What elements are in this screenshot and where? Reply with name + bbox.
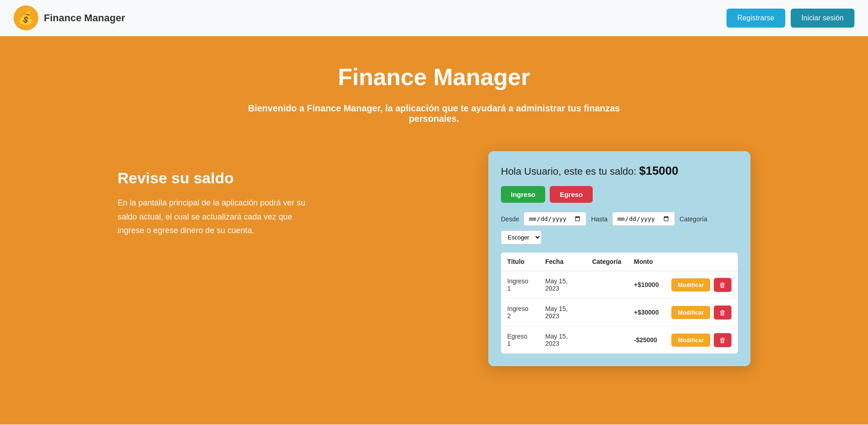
modify-button[interactable]: Modificar	[671, 334, 710, 347]
trash-icon: 🗑	[719, 309, 726, 316]
table-row: Ingreso 1 May 15, 2023 +$10000 Modificar…	[501, 271, 738, 299]
row-actions: Modificar 🗑	[671, 306, 731, 320]
brand: 💰 Finance Manager	[14, 5, 125, 30]
navbar-buttons: Registrarse Iniciar sesión	[726, 9, 854, 28]
categoria-select[interactable]: Escoger	[501, 230, 542, 244]
table-row: Ingreso 2 May 15, 2023 +$30000 Modificar…	[501, 299, 738, 326]
cell-categoria	[586, 299, 628, 326]
app-preview-card: Hola Usuario, este es tu saldo: $15000 I…	[488, 151, 750, 366]
ingreso-button[interactable]: Ingreso	[501, 186, 545, 203]
cell-titulo: Egreso 1	[501, 326, 539, 354]
table-row: Egreso 1 May 15, 2023 -$25000 Modificar …	[501, 326, 738, 354]
brand-name: Finance Manager	[44, 12, 125, 24]
table-body: Ingreso 1 May 15, 2023 +$10000 Modificar…	[501, 271, 738, 354]
hero-title: Finance Manager	[338, 63, 530, 91]
cell-monto: -$25000	[627, 326, 665, 354]
delete-button[interactable]: 🗑	[714, 306, 731, 320]
cell-fecha: May 15, 2023	[539, 271, 586, 299]
cell-titulo: Ingreso 1	[501, 271, 539, 299]
cell-actions: Modificar 🗑	[665, 299, 738, 326]
modify-button[interactable]: Modificar	[671, 278, 710, 291]
trash-icon: 🗑	[719, 336, 726, 344]
cell-categoria	[586, 326, 628, 354]
cell-categoria	[586, 271, 628, 299]
balance-label: Hola Usuario, este es tu saldo:	[501, 166, 637, 177]
logo-emoji: 💰	[18, 10, 34, 25]
hero-content: Revise su saldo En la pantalla principal…	[118, 151, 750, 366]
transactions-table: Título Fecha Categoría Monto Ingreso 1 M…	[501, 253, 738, 353]
desde-input[interactable]	[524, 212, 586, 226]
desde-label: Desde	[501, 215, 519, 223]
table-header-row: Título Fecha Categoría Monto	[501, 253, 738, 271]
hero-section: Finance Manager Bienvenido a Finance Man…	[0, 36, 868, 425]
categoria-label: Categoría	[679, 215, 707, 223]
cell-actions: Modificar 🗑	[665, 271, 738, 299]
balance-amount: $15000	[639, 164, 679, 177]
register-button[interactable]: Registrarse	[726, 9, 785, 28]
logo-icon: 💰	[14, 5, 38, 30]
cell-monto: +$10000	[627, 271, 665, 299]
balance-header: Hola Usuario, este es tu saldo: $15000	[501, 164, 738, 178]
row-actions: Modificar 🗑	[671, 278, 731, 292]
row-actions: Modificar 🗑	[671, 333, 731, 347]
hasta-label: Hasta	[591, 215, 608, 223]
cell-fecha: May 15, 2023	[539, 326, 586, 354]
hero-subtitle: Bienvenido a Finance Manager, la aplicac…	[231, 103, 637, 124]
hero-left: Revise su saldo En la pantalla principal…	[118, 151, 307, 238]
table-head: Título Fecha Categoría Monto	[501, 253, 738, 271]
modify-button[interactable]: Modificar	[671, 306, 710, 319]
col-monto: Monto	[627, 253, 665, 271]
hero-left-desc: En la pantalla principal de la aplicació…	[118, 196, 307, 238]
trash-icon: 🗑	[719, 281, 726, 289]
delete-button[interactable]: 🗑	[714, 278, 731, 292]
login-button[interactable]: Iniciar sesión	[791, 9, 854, 28]
cell-actions: Modificar 🗑	[665, 326, 738, 354]
action-buttons: Ingreso Egreso	[501, 186, 738, 203]
navbar: 💰 Finance Manager Registrarse Iniciar se…	[0, 0, 868, 36]
cell-titulo: Ingreso 2	[501, 299, 539, 326]
filter-row: Desde Hasta Categoría Escoger	[501, 212, 738, 244]
col-actions	[665, 253, 738, 271]
egreso-button[interactable]: Egreso	[550, 186, 593, 203]
hasta-input[interactable]	[612, 212, 675, 226]
cell-fecha: May 15, 2023	[539, 299, 586, 326]
col-fecha: Fecha	[539, 253, 586, 271]
hero-left-title: Revise su saldo	[118, 169, 307, 187]
col-categoria: Categoría	[586, 253, 628, 271]
cell-monto: +$30000	[627, 299, 665, 326]
col-titulo: Título	[501, 253, 539, 271]
delete-button[interactable]: 🗑	[714, 333, 731, 347]
